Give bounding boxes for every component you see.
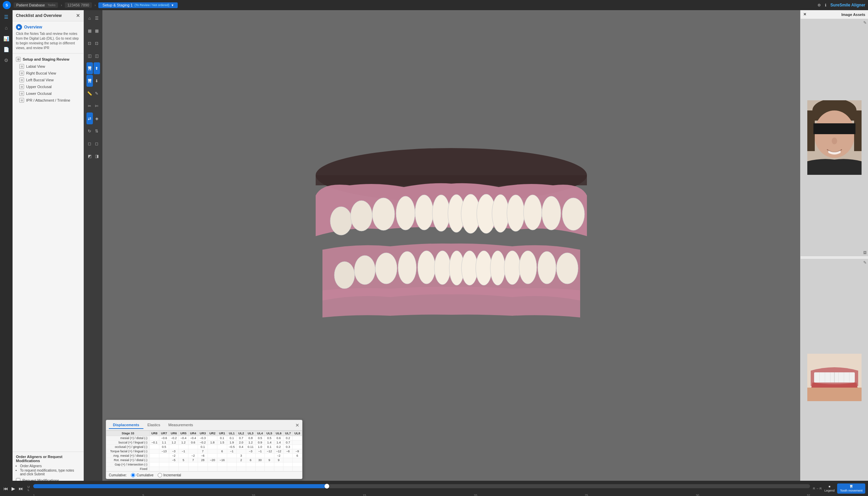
tab-displacements[interactable]: Displacements xyxy=(109,421,144,429)
play-button[interactable]: ▶ xyxy=(11,485,16,492)
tab-elastics[interactable]: Elastics xyxy=(144,421,164,429)
tool-annotate[interactable]: ✎ xyxy=(93,88,100,99)
tool-panel: ⌂ ☰ ▦ ▦ ⊡ ⊡ ◫ ◫ 🦷 ⬆ 🦷 ⬇ 📏 ✎ ✂ ✄ xyxy=(84,10,102,496)
row-value: 2 xyxy=(237,458,246,463)
col-ur7: UR7 xyxy=(159,431,169,436)
tool-frontal[interactable]: 🦷 xyxy=(87,75,93,87)
checklist-item-lower-occlusal[interactable]: ⊟ Lower Occlusal xyxy=(13,90,84,97)
col-ul7: UL7 xyxy=(283,431,293,436)
tool-pair-1: ⌂ ☰ xyxy=(84,12,102,24)
tool-list[interactable]: ☰ xyxy=(93,12,100,24)
top-bar: S Patient Database Tasks › 123456 7890 ›… xyxy=(0,0,868,10)
edit-small-button[interactable]: ✎ xyxy=(863,260,867,265)
tool-view2[interactable]: ◫ xyxy=(93,50,100,62)
overview-circle-icon: ▶ xyxy=(16,24,22,30)
navigate-controls: R → R xyxy=(813,487,822,490)
tool-ipr[interactable]: ◻ xyxy=(87,138,93,150)
staging-tab[interactable]: Setup & Staging 1 (To Review / Not order… xyxy=(98,2,177,8)
settings-icon[interactable]: ⚙ xyxy=(818,3,821,7)
checklist-item-right-buccal[interactable]: ⊟ Right Buccal View xyxy=(13,70,84,77)
sidebar-icon-home[interactable]: ⌂ xyxy=(2,23,11,32)
dental-arch-svg xyxy=(288,148,614,358)
row-value: −1 xyxy=(227,449,236,454)
row-label: buccal (+) / lingual (-) xyxy=(106,440,150,445)
patient-db-tab[interactable]: Patient Database Tasks xyxy=(14,2,58,8)
edit-portrait-button[interactable]: ✎ xyxy=(863,20,867,25)
tool-pair-9: ⇄ ◈ xyxy=(84,112,102,124)
tool-attach[interactable]: ◻ xyxy=(93,138,100,150)
skip-back-button[interactable]: ⏮ xyxy=(3,485,9,492)
svg-point-29 xyxy=(538,251,556,284)
bottom-bar: ⏮ ▶ ⏭ U L 1 5 10 15 20 25 30 32 R → R ■ … xyxy=(0,481,868,496)
tool-pair-5: 🦷 ⬆ xyxy=(84,62,102,74)
checklist-item-labial[interactable]: ⊟ Labial View xyxy=(13,63,84,70)
col-ul2: UL2 xyxy=(237,431,246,436)
checklist-item-ipr[interactable]: ⊟ IPR / Attachment / Trimline xyxy=(13,97,84,104)
row-value: −0.1 xyxy=(150,440,159,445)
tool-lower[interactable]: ⬇ xyxy=(93,75,100,87)
incremental-radio[interactable]: Incremental xyxy=(158,473,181,477)
tool-clip1[interactable]: ✂ xyxy=(87,100,93,112)
skip-forward-button[interactable]: ⏭ xyxy=(18,485,24,492)
tool-clip2[interactable]: ✄ xyxy=(93,100,100,112)
row-value xyxy=(227,467,236,471)
checklist-item-left-buccal[interactable]: ⊟ Left Buccal View xyxy=(13,77,84,83)
tool-extra2[interactable]: ◨ xyxy=(93,150,100,162)
cumulative-radio[interactable]: Cumulative xyxy=(131,473,154,477)
right-panel-close-button[interactable]: ✕ xyxy=(803,12,806,17)
tool-mirror[interactable]: ⇅ xyxy=(93,125,100,137)
order-title: Order Aligners or Request Modifications xyxy=(16,455,80,463)
tool-grid2[interactable]: ▦ xyxy=(93,25,100,36)
checklist-close-button[interactable]: ✕ xyxy=(76,13,80,18)
row-label: Rot. mesial (+) / distal (-) xyxy=(106,458,150,463)
checklist-item-upper-occlusal[interactable]: ⊟ Upper Occlusal xyxy=(13,83,84,90)
row-value: 1.4 xyxy=(274,440,283,445)
tab-measurements[interactable]: Measurements xyxy=(164,421,197,429)
row-value xyxy=(208,445,217,449)
svg-point-6 xyxy=(396,196,415,230)
svg-point-27 xyxy=(504,251,521,284)
sidebar-icon-chart[interactable]: 📊 xyxy=(2,34,11,43)
sidebar-icon-settings[interactable]: ⚙ xyxy=(2,56,11,65)
tool-upper[interactable]: ⬆ xyxy=(93,62,100,74)
info-icon[interactable]: ℹ xyxy=(825,3,826,7)
row-value: 1.2 xyxy=(246,440,255,445)
row-value: −0.4 xyxy=(188,436,198,440)
tool-overlay[interactable]: ◈ xyxy=(93,112,100,124)
svg-point-18 xyxy=(354,255,375,284)
tool-rotate[interactable]: ↻ xyxy=(87,125,93,137)
app-logo[interactable]: S xyxy=(3,1,11,9)
tool-view1[interactable]: ◫ xyxy=(87,50,93,62)
tool-measure[interactable]: 📏 xyxy=(87,88,93,99)
item-label: Right Buccal View xyxy=(26,71,56,75)
col-ur2: UR2 xyxy=(208,431,217,436)
row-value xyxy=(159,454,169,458)
tooth-movement-button[interactable]: 🦷 Tooth movement xyxy=(837,483,865,494)
upper-lower-toggle[interactable]: U L xyxy=(27,485,31,492)
tool-screen2[interactable]: ⊡ xyxy=(93,37,100,49)
tool-compare[interactable]: ⇄ xyxy=(87,112,93,124)
sidebar-icon-doc[interactable]: 📄 xyxy=(2,45,11,54)
row-value xyxy=(293,436,302,440)
tool-grid1[interactable]: ▦ xyxy=(87,25,93,36)
row-value: 1.9 xyxy=(227,440,236,445)
row-value xyxy=(179,454,189,458)
stage-label-15: 15 xyxy=(363,494,366,496)
row-value: −6 xyxy=(283,449,293,454)
sidebar-icon-checklist[interactable]: ☰ xyxy=(2,12,11,22)
timeline-thumb[interactable] xyxy=(325,484,329,489)
tool-labial[interactable]: 🦷 xyxy=(87,62,93,74)
legend-button[interactable]: ■ Legend xyxy=(824,485,835,492)
right-panel: ✕ Image Assets ✎ 🖼 xyxy=(800,10,868,496)
tool-extra1[interactable]: ◩ xyxy=(87,150,93,162)
displacement-close-button[interactable]: ✕ xyxy=(295,422,299,428)
tool-screen1[interactable]: ⊡ xyxy=(87,37,93,49)
svg-point-7 xyxy=(415,195,433,230)
image-assets-label: Image Assets xyxy=(841,13,865,17)
timeline-track[interactable] xyxy=(33,484,810,488)
tool-home[interactable]: ⌂ xyxy=(87,12,93,24)
stage-label-10: 10 xyxy=(252,494,255,496)
timeline-wrapper[interactable]: 1 5 10 15 20 25 30 32 xyxy=(33,484,810,493)
row-value xyxy=(159,458,169,463)
row-value xyxy=(217,467,227,471)
